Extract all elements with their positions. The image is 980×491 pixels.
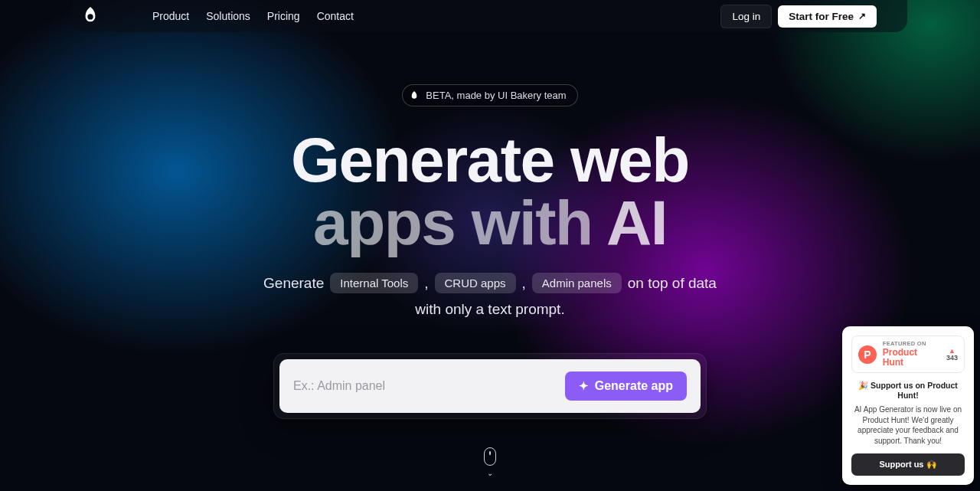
ph-upvote-count: 343 bbox=[946, 355, 958, 362]
chip-internal-tools[interactable]: Internal Tools bbox=[330, 273, 418, 293]
sub-tail: on top of data bbox=[628, 275, 717, 292]
product-hunt-badge[interactable]: P FEATURED ON Product Hunt ▲ 343 bbox=[851, 336, 965, 373]
title-line1: Generate web bbox=[291, 125, 689, 195]
chip-crud-apps[interactable]: CRUD apps bbox=[435, 273, 516, 293]
hero-title: Generate web apps with AI bbox=[291, 128, 689, 254]
arrow-up-right-icon: ↗ bbox=[858, 11, 866, 21]
title-ai: AI bbox=[606, 188, 667, 257]
mouse-icon bbox=[484, 447, 496, 466]
chip-admin-panels[interactable]: Admin panels bbox=[532, 273, 622, 293]
start-free-label: Start for Free bbox=[789, 11, 854, 22]
beta-pill[interactable]: BETA, made by UI Bakery team bbox=[402, 84, 577, 106]
start-free-button[interactable]: Start for Free ↗ bbox=[778, 5, 877, 28]
nav-pricing[interactable]: Pricing bbox=[267, 10, 300, 22]
ph-upvote[interactable]: ▲ 343 bbox=[946, 348, 958, 362]
subheading-line2: with only a text prompt. bbox=[415, 301, 564, 318]
ph-card-title: 🎉 Support us on Product Hunt! bbox=[851, 381, 965, 400]
chevron-down-icon: ⌄ bbox=[487, 469, 493, 477]
header-bar: Product Solutions Pricing Contact Log in… bbox=[73, 0, 907, 32]
sparkle-icon: ✦ bbox=[579, 379, 589, 393]
ph-card-desc: AI App Generator is now live on Product … bbox=[851, 404, 965, 446]
ph-support-button[interactable]: Support us 🙌 bbox=[851, 453, 965, 476]
nav-contact[interactable]: Contact bbox=[317, 10, 354, 22]
sub-generate: Generate bbox=[263, 275, 324, 292]
scroll-indicator: ⌄ bbox=[484, 447, 496, 477]
generate-app-label: Generate app bbox=[595, 379, 673, 393]
login-button[interactable]: Log in bbox=[720, 5, 772, 28]
product-hunt-logo-icon: P bbox=[858, 345, 877, 364]
ph-name: Product Hunt bbox=[883, 348, 940, 368]
subheading-line1: Generate Internal Tools , CRUD apps , Ad… bbox=[263, 273, 717, 293]
nav-solutions[interactable]: Solutions bbox=[206, 10, 250, 22]
mini-logo-icon bbox=[409, 90, 420, 101]
prompt-container: ✦ Generate app bbox=[273, 353, 707, 419]
prompt-inner: ✦ Generate app bbox=[279, 359, 701, 413]
main-nav: Product Solutions Pricing Contact bbox=[152, 10, 354, 22]
product-hunt-card: P FEATURED ON Product Hunt ▲ 343 🎉 Suppo… bbox=[842, 326, 974, 485]
hero-section: BETA, made by UI Bakery team Generate we… bbox=[0, 32, 980, 419]
beta-text: BETA, made by UI Bakery team bbox=[426, 90, 566, 101]
nav-product[interactable]: Product bbox=[152, 10, 189, 22]
brand-logo[interactable] bbox=[82, 5, 99, 27]
generate-app-button[interactable]: ✦ Generate app bbox=[565, 372, 687, 401]
prompt-input[interactable] bbox=[293, 379, 565, 393]
title-line2a: apps with bbox=[313, 188, 606, 257]
